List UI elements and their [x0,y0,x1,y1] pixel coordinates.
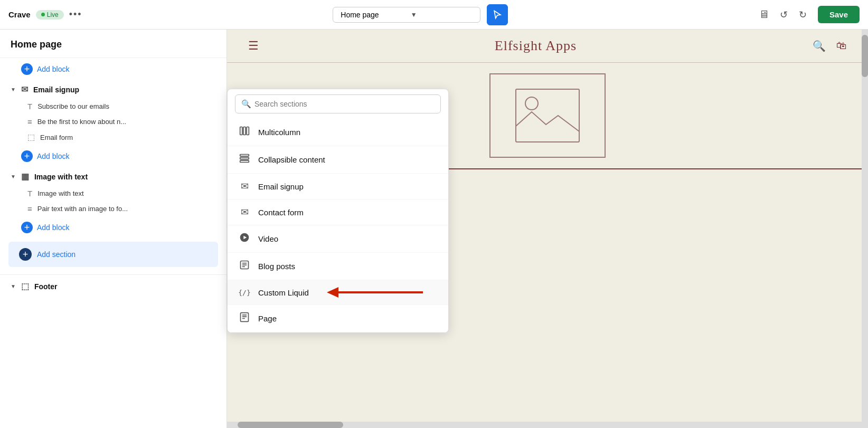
video-icon [238,232,251,245]
text-lines-icon: ≡ [27,204,32,213]
text-icon: T [27,102,32,111]
dropdown-item-video[interactable]: Video [228,225,448,253]
topbar-center: Home page ▼ [89,4,752,25]
add-block-label-2: Add block [37,152,69,160]
multicolumn-icon [238,126,251,139]
add-section-label: Add section [37,250,76,259]
dropdown-item-label: Video [258,234,278,243]
dropdown-item-label: Custom Liquid [258,288,309,297]
site-header-icons: 🔍 🛍 [813,40,847,52]
live-badge: Live [36,10,64,20]
svg-rect-6 [240,157,249,159]
add-block-button-image[interactable]: + Add block [0,218,227,236]
blog-posts-icon [238,260,251,273]
undo-button[interactable]: ↺ [776,6,792,23]
svg-point-1 [525,97,538,110]
search-icon: 🔍 [813,40,826,52]
email-signup-icon: ✉ [238,180,251,192]
sidebar-item-first-to-know[interactable]: ≡ Be the first to know about n... [0,114,227,129]
section-group-email-signup: ▼ ✉ Email signup T Subscribe to our emai… [0,78,227,147]
section-group-image-text: ▼ ▦ Image with text T Image with text ≡ … [0,165,227,218]
footer-icon: ⬚ [21,281,29,291]
item-label-image-text: Image with text [37,189,83,197]
contact-form-icon: ✉ [238,206,251,218]
arrow-annotation [327,287,423,298]
sidebar-item-pair-text[interactable]: ≡ Pair text with an image to fo... [0,201,227,216]
add-block-button-top[interactable]: + Add block [0,60,227,78]
scrollbar-thumb-vertical[interactable] [862,35,868,77]
section-header-footer[interactable]: ▼ ⬚ Footer [0,277,227,296]
dropdown-search-wrapper: 🔍 [228,89,448,119]
section-label-footer: Footer [34,282,58,291]
section-header-email-signup[interactable]: ▼ ✉ Email signup [0,80,227,99]
add-block-label-3: Add block [37,223,69,232]
sidebar-item-subscribe[interactable]: T Subscribe to our emails [0,99,227,114]
search-icon: 🔍 [241,99,251,109]
arrow-head-icon [327,287,338,298]
topbar-left: Crave Live ••• [8,9,82,20]
dropdown-item-email-signup[interactable]: ✉ Email signup [228,174,448,199]
svg-rect-5 [240,155,249,156]
dropdown-item-label: Email signup [258,182,304,191]
more-button[interactable]: ••• [69,9,82,20]
plus-circle-icon: + [21,222,33,233]
custom-liquid-icon: {/} [238,289,251,297]
page-icon [238,312,251,325]
dropdown-item-page[interactable]: Page [228,305,448,332]
sidebar: Home page + Add block ▼ ✉ Email signup T… [0,30,227,428]
chevron-down-icon: ▼ [11,174,16,179]
dropdown-item-label: Page [258,314,277,323]
dropdown-item-label: Multicolumn [258,128,300,137]
page-selector-label: Home page [341,11,379,19]
chevron-down-icon: ▼ [11,87,16,92]
grid-icon: ▦ [21,172,29,182]
item-label-email-form: Email form [40,134,73,141]
plus-circle-icon: + [21,63,33,75]
dropdown-list: Multicolumn Collapsible content ✉ Email … [228,119,448,332]
save-button[interactable]: Save [818,6,860,23]
dropdown-panel: 🔍 Multicolumn Collapsible content ✉ Emai… [227,89,449,333]
canvas-scrollbar-vertical[interactable] [862,30,868,428]
text-icon: T [27,189,32,198]
select-tool-button[interactable] [487,4,508,25]
redo-button[interactable]: ↻ [795,6,812,23]
item-label-first-to-know: Be the first to know about n... [37,118,126,126]
dropdown-item-label: Contact form [258,208,304,217]
arrow-shaft [338,291,423,293]
add-block-label: Add block [37,65,69,73]
plus-circle-dark-icon: + [19,248,32,261]
chevron-down-icon: ▼ [11,283,16,289]
hamburger-icon: ☰ [248,39,259,53]
chevron-down-icon: ▼ [411,11,417,18]
plus-circle-icon: + [21,150,33,162]
svg-rect-4 [247,127,249,135]
sidebar-item-image-text[interactable]: T Image with text [0,186,227,201]
form-icon: ⬚ [27,132,35,142]
email-icon: ✉ [21,84,28,94]
svg-rect-2 [240,127,242,135]
page-selector[interactable]: Home page ▼ [333,7,480,23]
dropdown-item-collapsible[interactable]: Collapsible content [228,146,448,174]
add-section-button[interactable]: + Add section [8,242,218,267]
scrollbar-thumb-horizontal[interactable] [238,422,343,428]
dropdown-item-label: Blog posts [258,262,295,271]
app-name: Crave [8,10,31,19]
add-block-button-email[interactable]: + Add block [0,147,227,165]
live-dot [41,13,45,16]
monitor-button[interactable]: 🖥 [759,8,769,21]
section-header-image-text[interactable]: ▼ ▦ Image with text [0,167,227,186]
sidebar-item-email-form[interactable]: ⬚ Email form [0,129,227,145]
dropdown-item-label: Collapsible content [258,155,325,164]
item-label-subscribe: Subscribe to our emails [37,102,109,110]
dropdown-item-multicolumn[interactable]: Multicolumn [228,119,448,146]
section-label-image-text: Image with text [34,173,88,181]
dropdown-item-blog-posts[interactable]: Blog posts [228,253,448,280]
topbar: Crave Live ••• Home page ▼ 🖥 ↺ ↻ Save [0,0,868,30]
dropdown-item-custom-liquid[interactable]: {/} Custom Liquid [228,280,448,305]
section-label-email-signup: Email signup [33,85,79,94]
canvas-scrollbar-horizontal[interactable] [227,422,862,428]
image-placeholder [489,73,606,158]
add-section-wrapper: + Add section [0,236,227,272]
search-input[interactable] [235,94,441,113]
dropdown-item-contact-form[interactable]: ✉ Contact form [228,199,448,225]
